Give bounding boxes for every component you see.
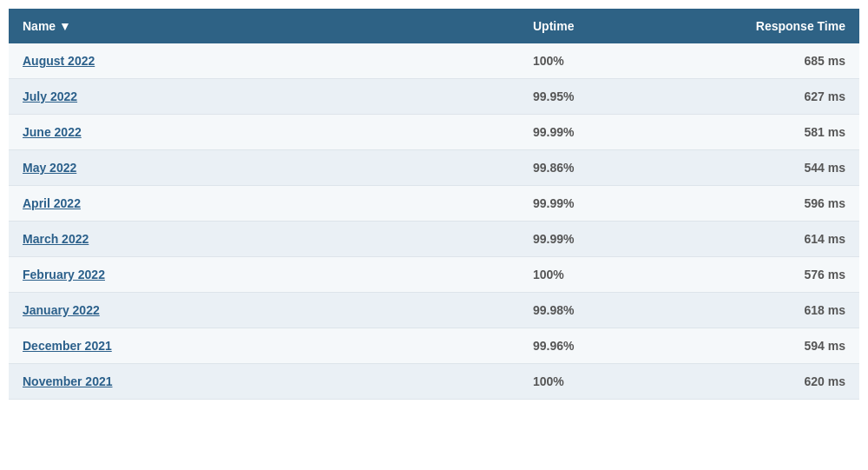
row-uptime: 99.99% <box>519 186 689 222</box>
row-name: July 2022 <box>9 79 519 115</box>
main-container: Name ▼ Uptime Response Time August 20221… <box>0 0 868 408</box>
col-header-response: Response Time <box>689 9 859 43</box>
row-response-time: 627 ms <box>689 79 859 115</box>
row-response-time: 596 ms <box>689 186 859 222</box>
row-uptime: 99.95% <box>519 79 689 115</box>
row-name: January 2022 <box>9 293 519 328</box>
row-name: August 2022 <box>9 43 519 79</box>
row-response-time: 614 ms <box>689 222 859 257</box>
header-row: Name ▼ Uptime Response Time <box>9 9 859 43</box>
row-uptime: 99.96% <box>519 328 689 364</box>
row-name-link[interactable]: January 2022 <box>23 303 100 317</box>
row-uptime: 99.99% <box>519 115 689 150</box>
table-row: March 202299.99%614 ms <box>9 222 859 257</box>
row-uptime: 100% <box>519 257 689 293</box>
row-name-link[interactable]: April 2022 <box>23 196 81 210</box>
row-uptime: 100% <box>519 364 689 400</box>
row-uptime: 99.99% <box>519 222 689 257</box>
row-name: June 2022 <box>9 115 519 150</box>
row-name-link[interactable]: February 2022 <box>23 268 105 281</box>
row-name-link[interactable]: December 2021 <box>23 339 112 353</box>
table-row: February 2022100%576 ms <box>9 257 859 293</box>
row-response-time: 544 ms <box>689 150 859 186</box>
table-row: June 202299.99%581 ms <box>9 115 859 150</box>
table-row: November 2021100%620 ms <box>9 364 859 400</box>
row-name: February 2022 <box>9 257 519 293</box>
row-response-time: 685 ms <box>689 43 859 79</box>
table-row: July 202299.95%627 ms <box>9 79 859 115</box>
row-uptime: 100% <box>519 43 689 79</box>
col-header-name: Name ▼ <box>9 9 519 43</box>
row-name: November 2021 <box>9 364 519 400</box>
table-body: August 2022100%685 msJuly 202299.95%627 … <box>9 43 859 400</box>
row-response-time: 576 ms <box>689 257 859 293</box>
row-uptime: 99.98% <box>519 293 689 328</box>
row-response-time: 594 ms <box>689 328 859 364</box>
col-header-uptime: Uptime <box>519 9 689 43</box>
row-name-link[interactable]: July 2022 <box>23 89 77 103</box>
row-response-time: 618 ms <box>689 293 859 328</box>
row-name: March 2022 <box>9 222 519 257</box>
row-name-link[interactable]: August 2022 <box>23 54 95 68</box>
table-row: August 2022100%685 ms <box>9 43 859 79</box>
row-name: December 2021 <box>9 328 519 364</box>
row-uptime: 99.86% <box>519 150 689 186</box>
table-row: December 202199.96%594 ms <box>9 328 859 364</box>
uptime-table: Name ▼ Uptime Response Time August 20221… <box>9 9 859 400</box>
row-name: May 2022 <box>9 150 519 186</box>
row-name-link[interactable]: November 2021 <box>23 374 113 388</box>
row-response-time: 620 ms <box>689 364 859 400</box>
table-row: April 202299.99%596 ms <box>9 186 859 222</box>
row-response-time: 581 ms <box>689 115 859 150</box>
row-name-link[interactable]: March 2022 <box>23 232 89 246</box>
table-row: January 202299.98%618 ms <box>9 293 859 328</box>
row-name: April 2022 <box>9 186 519 222</box>
table-row: May 202299.86%544 ms <box>9 150 859 186</box>
row-name-link[interactable]: June 2022 <box>23 125 82 139</box>
row-name-link[interactable]: May 2022 <box>23 161 76 175</box>
table-header: Name ▼ Uptime Response Time <box>9 9 859 43</box>
